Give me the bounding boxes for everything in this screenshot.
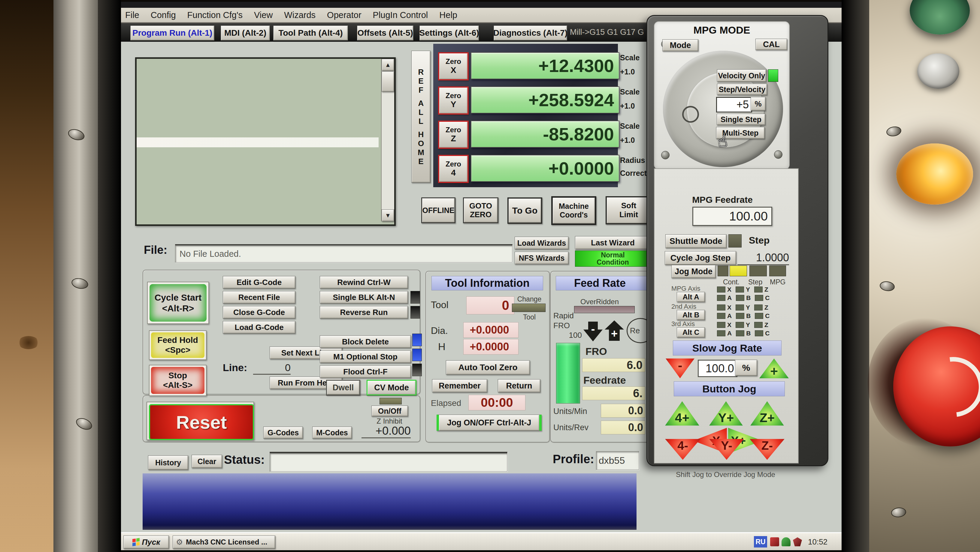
menu-file[interactable]: File xyxy=(125,10,139,20)
menu-view[interactable]: View xyxy=(254,10,273,20)
tray-icon-2[interactable] xyxy=(781,537,791,546)
menu-operator[interactable]: Operator xyxy=(327,10,361,20)
dro-z-value[interactable]: -85.8200 xyxy=(471,121,619,148)
tab-settings[interactable]: Settings (Alt-6) xyxy=(420,25,479,41)
return-button[interactable]: Return xyxy=(498,379,541,392)
slow-jog-field[interactable]: 100.0 xyxy=(698,360,737,377)
cycle-start-button[interactable]: Cycle Start <Alt-R> xyxy=(147,282,209,324)
tab-diagnostics[interactable]: Diagnostics (Alt-7) xyxy=(493,25,567,41)
load-gcode-button[interactable]: Load G-Code xyxy=(223,321,296,334)
tab-offsets[interactable]: Offsets (Alt-5) xyxy=(357,25,414,41)
line-field[interactable]: 0 xyxy=(253,361,291,375)
history-button[interactable]: History xyxy=(148,455,188,470)
slow-jog-pct-button[interactable]: % xyxy=(735,360,757,376)
zero-z-button[interactable]: Zero Z xyxy=(438,121,469,149)
conditions-button[interactable]: Normal Condition xyxy=(575,251,651,267)
zero-y-button[interactable]: Zero Y xyxy=(438,86,469,114)
shuttle-mode-button[interactable]: Shuttle Mode xyxy=(665,234,727,248)
dro-x-value[interactable]: +12.4300 xyxy=(471,52,619,79)
ref-all-home-button[interactable]: REF ALL HOME xyxy=(411,51,431,183)
scroll-down-button[interactable]: ▼ xyxy=(382,209,394,221)
gcode-selected-line[interactable] xyxy=(137,137,379,147)
tool-number-field[interactable]: 0 xyxy=(466,297,514,314)
block-delete-button[interactable]: Block Delete xyxy=(320,335,411,348)
cv-mode-button[interactable]: CV Mode xyxy=(367,380,417,395)
cycle-jog-step-button[interactable]: Cycle Jog Step xyxy=(665,251,736,265)
tab-mdi[interactable]: MDI (Alt-2) xyxy=(221,25,270,41)
load-wizards-button[interactable]: Load Wizards xyxy=(515,237,569,249)
dro-y-scale-value[interactable]: +1.0 xyxy=(620,102,649,110)
h-field[interactable]: +0.0000 xyxy=(463,339,519,355)
mpg-mode-button[interactable]: Mode xyxy=(662,39,698,51)
offline-button[interactable]: OFFLINE xyxy=(421,197,455,223)
single-blk-button[interactable]: Single BLK Alt-N xyxy=(320,291,408,304)
soft-limit-button[interactable]: Soft Limit xyxy=(606,196,652,224)
recent-file-button[interactable]: Recent File xyxy=(223,291,296,304)
rewind-button[interactable]: Rewind Ctrl-W xyxy=(320,276,408,289)
tray-clock[interactable]: 10:52 xyxy=(808,537,827,547)
fro-bar[interactable] xyxy=(556,343,580,403)
stop-button[interactable]: Stop <Alt-S> xyxy=(149,365,207,396)
tab-program-run[interactable]: Program Run (Alt-1) xyxy=(130,25,215,41)
remember-button[interactable]: Remember xyxy=(432,379,487,392)
alt-c-button[interactable]: Alt C xyxy=(677,327,705,338)
menu-plugin-control[interactable]: PlugIn Control xyxy=(373,10,428,20)
velocity-only-button[interactable]: Velocity Only xyxy=(717,69,766,82)
menu-function-cfgs[interactable]: Function Cfg's xyxy=(187,10,243,20)
clear-button[interactable]: Clear xyxy=(192,455,222,468)
to-go-button[interactable]: To Go xyxy=(508,197,542,224)
flood-button[interactable]: Flood Ctrl-F xyxy=(320,365,411,378)
step-pct-button[interactable]: % xyxy=(751,97,765,111)
alt-a-button[interactable]: Alt A xyxy=(677,292,705,302)
gcode-scrollbar[interactable]: ▲ ▼ xyxy=(381,59,394,221)
alt-b-button[interactable]: Alt B xyxy=(677,310,705,320)
dro-4-value[interactable]: +0.0000 xyxy=(471,155,619,182)
mpg-dial-dimple[interactable] xyxy=(682,106,699,123)
menu-wizards[interactable]: Wizards xyxy=(284,10,315,20)
cycle-jog-step-field[interactable]: 1.0000 xyxy=(737,251,789,265)
taskbar-task-mach3[interactable]: ⚙ Mach3 CNC Licensed ... xyxy=(173,536,275,549)
goto-zero-button[interactable]: GOTO ZERO xyxy=(463,197,498,223)
mpg-cal-button[interactable]: CAL xyxy=(756,39,787,50)
change-tool-led[interactable] xyxy=(512,304,546,312)
file-field[interactable]: No File Loaded. xyxy=(175,244,512,262)
zero-4-button[interactable]: Zero 4 xyxy=(438,155,469,183)
dro-y-value[interactable]: +258.5924 xyxy=(471,86,619,113)
tray-icon-3[interactable] xyxy=(793,537,802,546)
menu-help[interactable]: Help xyxy=(439,10,457,20)
step-pct-field[interactable]: +5 xyxy=(716,97,752,113)
status-field[interactable] xyxy=(270,452,508,472)
dro-z-scale-value[interactable]: +1.0 xyxy=(620,136,649,144)
fro-value-field[interactable]: 6.0 xyxy=(582,358,645,372)
tray-icon-1[interactable] xyxy=(770,537,779,546)
last-wizard-button[interactable]: Last Wizard xyxy=(575,236,651,249)
jog-mode-button[interactable]: Jog Mode xyxy=(671,265,716,278)
menu-config[interactable]: Config xyxy=(151,10,176,20)
single-step-button[interactable]: Single Step xyxy=(717,114,765,125)
z-inhibit-value[interactable]: +0.000 xyxy=(361,424,411,438)
scroll-thumb[interactable] xyxy=(382,71,394,92)
start-button[interactable]: Пуск xyxy=(123,536,169,549)
on-off-button[interactable]: On/Off xyxy=(371,406,408,416)
dwell-button[interactable]: Dwell xyxy=(326,380,360,395)
g-codes-button[interactable]: G-Codes xyxy=(263,427,303,439)
machine-coords-button[interactable]: Machine Coord's xyxy=(551,196,596,225)
auto-tool-zero-button[interactable]: Auto Tool Zero xyxy=(446,360,530,375)
gcode-display[interactable]: ▲ ▼ xyxy=(135,57,396,226)
tab-tool-path[interactable]: Tool Path (Alt-4) xyxy=(273,25,348,41)
feed-hold-button[interactable]: Feed Hold <Spc> xyxy=(149,330,207,360)
zero-x-button[interactable]: Zero X xyxy=(438,52,469,80)
dro-x-scale-value[interactable]: +1.0 xyxy=(620,68,649,76)
nfs-wizards-button[interactable]: NFS Wizards xyxy=(515,252,569,264)
profile-field[interactable]: dxb55 xyxy=(596,451,639,470)
m1-optional-stop-button[interactable]: M1 Optional Stop xyxy=(320,351,411,363)
tray-language-badge[interactable]: RU xyxy=(754,536,767,547)
close-gcode-button[interactable]: Close G-Code xyxy=(223,306,296,319)
edit-gcode-button[interactable]: Edit G-Code xyxy=(223,276,296,289)
dia-field[interactable]: +0.0000 xyxy=(463,322,519,338)
feedrate-value-field[interactable]: 6. xyxy=(582,386,645,400)
reverse-run-button[interactable]: Reverse Run xyxy=(320,306,408,319)
scroll-up-button[interactable]: ▲ xyxy=(382,59,394,71)
jog-on-off-button[interactable]: Jog ON/OFF Ctrl-Alt-J xyxy=(437,415,542,431)
step-velocity-button[interactable]: Step/Velocity xyxy=(717,84,767,95)
